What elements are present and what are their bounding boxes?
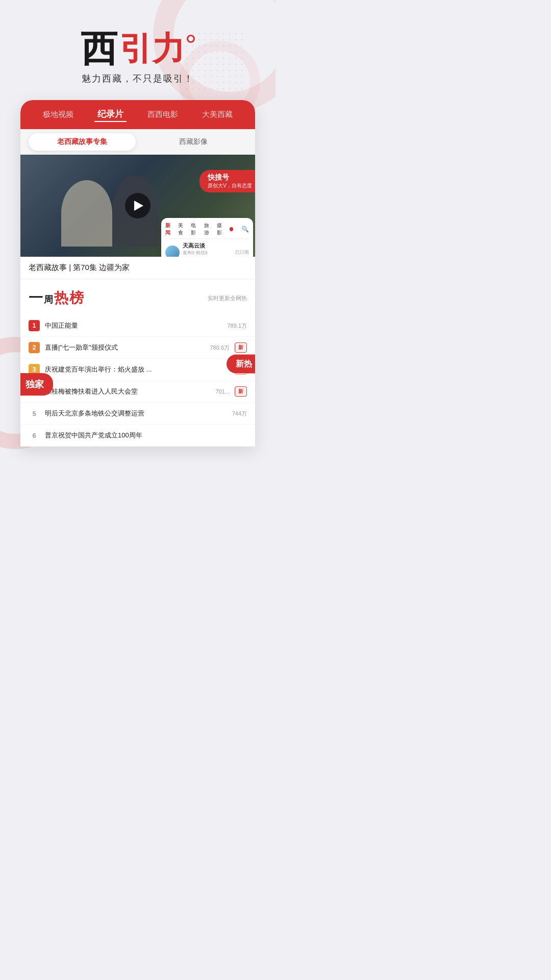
app-card-wrapper: 极地视频 纪录片 西西电影 大美西藏 老西藏故事专集 西藏影像 快搜号 原创大V… <box>10 100 265 447</box>
hot-title-badge: 一 周 热 榜 <box>29 286 84 310</box>
nav-tab-jidi[interactable]: 极地视频 <box>40 109 77 120</box>
mini-user-role: 媒体人。 <box>183 256 232 257</box>
hot-section: 一 周 热 榜 实时更新全网热 新热 1 中国正能量 789.1万 <box>20 281 255 447</box>
hot-badge-new: 新 <box>235 342 247 353</box>
hot-item[interactable]: 3 庆祝建党百年演出举行：焰火盛放 ... 热 <box>20 359 255 381</box>
hot-rank-2: 2 <box>29 342 40 353</box>
hot-item[interactable]: 2 直播|"七一勋章"颁授仪式 780.6万 新 <box>20 337 255 359</box>
kuaisou-title: 快搜号 <box>208 173 252 182</box>
nav-tab-jiluopian[interactable]: 纪录片 <box>94 107 127 122</box>
video-play-button[interactable] <box>125 193 151 218</box>
mini-popup-dot <box>230 227 233 231</box>
logo-title: 西 引力 <box>10 31 265 67</box>
hot-rank-6: 6 <box>29 430 40 441</box>
nav-tab-xixi[interactable]: 西西电影 <box>144 109 181 120</box>
hot-item-text-3: 庆祝建党百年演出举行：焰火盛放 ... <box>45 365 230 374</box>
hot-header: 一 周 热 榜 实时更新全网热 <box>20 281 255 315</box>
hot-item[interactable]: 6 普京祝贺中国共产党成立100周年 <box>20 425 255 447</box>
hot-zhou: 周 <box>44 293 53 306</box>
kuaisou-subtitle: 原创大V，自有态度 <box>208 182 252 189</box>
mini-popup-nav: 新闻 美食 电影 旅游 摄影 🔍 <box>165 222 249 239</box>
xin-re-badge[interactable]: 新热 <box>227 355 255 374</box>
mini-popup-user: 天高云淡 发布0 粉丝3 媒体人。 已订阅 <box>165 242 249 257</box>
hot-rank-1: 1 <box>29 320 40 331</box>
hot-list: 1 中国正能量 789.1万 2 直播|"七一勋章"颁授仪式 780.6万 新 … <box>20 315 255 447</box>
mini-user-info: 天高云淡 发布0 粉丝3 媒体人。 <box>183 242 232 257</box>
hot-item[interactable]: 4 张桂梅被搀扶着进入人民大会堂 701... 新 <box>20 381 255 403</box>
hot-item-text-6: 普京祝贺中国共产党成立100周年 <box>45 431 247 440</box>
hot-item-count-4: 701... <box>215 388 230 395</box>
mini-subscribe-btn[interactable]: 已订阅 <box>235 249 249 256</box>
hot-item-text-1: 中国正能量 <box>45 321 222 330</box>
mini-user-stats: 发布0 粉丝3 <box>183 250 232 256</box>
mini-nav-news[interactable]: 新闻 <box>165 222 174 236</box>
mini-nav-movie[interactable]: 电影 <box>191 222 199 236</box>
mini-avatar <box>165 246 180 257</box>
logo-xi-char: 西 <box>81 31 117 67</box>
logo-circle-decoration <box>187 35 195 43</box>
hot-item-count-2: 780.6万 <box>210 344 230 352</box>
hot-item[interactable]: 1 中国正能量 789.1万 <box>20 315 255 337</box>
sub-tab-laoxizang[interactable]: 老西藏故事专集 <box>29 133 136 151</box>
video-title: 老西藏故事 | 第70集 边疆为家 <box>20 257 255 279</box>
hot-bang: 榜 <box>69 288 84 308</box>
hot-item[interactable]: 5 明后天北京多条地铁公交调整运营 744万 <box>20 403 255 425</box>
mini-popup-card: 新闻 美食 电影 旅游 摄影 🔍 天高云淡 发布0 粉丝3 媒体人。 已订阅 <box>161 218 253 257</box>
kuaisou-badge[interactable]: 快搜号 原创大V，自有态度 <box>199 170 255 192</box>
mini-nav-photo[interactable]: 摄影 <box>217 222 226 236</box>
hot-item-count-1: 789.1万 <box>227 322 247 330</box>
mini-nav-food[interactable]: 美食 <box>178 222 187 236</box>
mini-user-name: 天高云淡 <box>183 242 232 250</box>
mini-nav-travel[interactable]: 旅游 <box>204 222 213 236</box>
dujia-badge[interactable]: 独家 <box>20 373 53 396</box>
play-triangle-icon <box>134 201 143 211</box>
video-container: 快搜号 原创大V，自有态度 新闻 美食 电影 旅游 摄影 🔍 天高云淡 <box>20 155 255 257</box>
sub-tabs-bar: 老西藏故事专集 西藏影像 <box>20 129 255 155</box>
hot-badge-new-4: 新 <box>235 386 247 397</box>
sub-tab-xizangying[interactable]: 西藏影像 <box>140 133 247 151</box>
hot-item-text-5: 明后天北京多条地铁公交调整运营 <box>45 409 227 418</box>
nav-tab-damexi[interactable]: 大美西藏 <box>199 109 236 120</box>
hot-item-text-2: 直播|"七一勋章"颁授仪式 <box>45 343 205 352</box>
hot-update-text: 实时更新全网热 <box>208 295 247 302</box>
hot-item-text-4: 张桂梅被搀扶着进入人民大会堂 <box>45 387 210 396</box>
hot-rank-5: 5 <box>29 408 40 419</box>
video-person1 <box>61 180 112 247</box>
nav-tabs-bar: 极地视频 纪录片 西西电影 大美西藏 <box>20 100 255 129</box>
hot-re: 热 <box>54 288 68 308</box>
logo-subtitle: 魅力西藏，不只是吸引！ <box>10 72 265 85</box>
hot-yi: 一 <box>29 288 43 308</box>
mini-search-icon[interactable]: 🔍 <box>241 226 249 233</box>
hot-item-count-5: 744万 <box>232 410 247 418</box>
app-card: 极地视频 纪录片 西西电影 大美西藏 老西藏故事专集 西藏影像 快搜号 原创大V… <box>20 100 255 447</box>
logo-red-text: 引力 <box>119 33 185 65</box>
header-area: 西 引力 魅力西藏，不只是吸引！ <box>0 0 276 100</box>
